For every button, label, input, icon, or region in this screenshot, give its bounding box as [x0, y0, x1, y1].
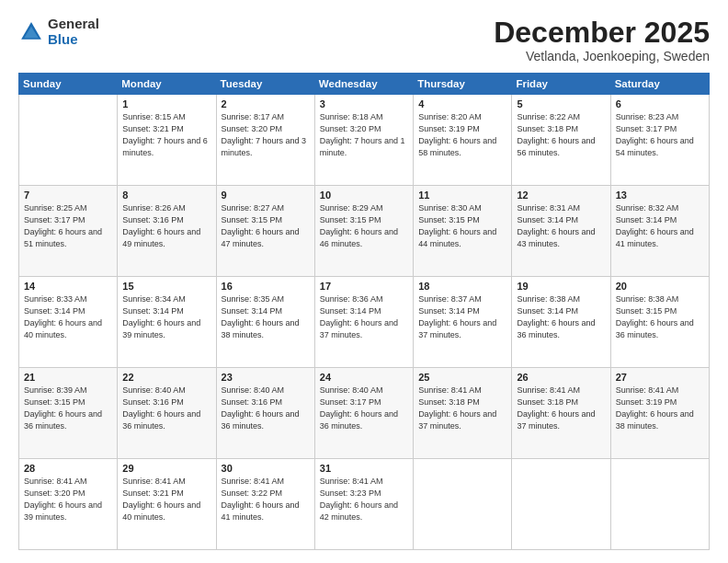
calendar-week-row: 1Sunrise: 8:15 AM Sunset: 3:21 PM Daylig… [19, 95, 710, 186]
calendar-cell: 19Sunrise: 8:38 AM Sunset: 3:14 PM Dayli… [512, 277, 610, 368]
calendar-cell: 14Sunrise: 8:33 AM Sunset: 3:14 PM Dayli… [19, 277, 118, 368]
day-info: Sunrise: 8:41 AM Sunset: 3:18 PM Dayligh… [418, 385, 506, 432]
day-info: Sunrise: 8:30 AM Sunset: 3:15 PM Dayligh… [418, 202, 506, 250]
location-subtitle: Vetlanda, Joenkoeping, Sweden [494, 49, 710, 63]
day-info: Sunrise: 8:41 AM Sunset: 3:22 PM Dayligh… [222, 476, 310, 523]
day-number: 16 [222, 281, 310, 292]
day-info: Sunrise: 8:36 AM Sunset: 3:14 PM Dayligh… [320, 293, 408, 341]
day-number: 29 [122, 463, 210, 474]
day-number: 9 [222, 190, 310, 201]
calendar-cell: 28Sunrise: 8:41 AM Sunset: 3:20 PM Dayli… [19, 459, 118, 550]
logo-icon [18, 19, 44, 45]
day-info: Sunrise: 8:31 AM Sunset: 3:14 PM Dayligh… [517, 202, 605, 250]
day-number: 12 [517, 190, 605, 201]
day-number: 1 [122, 98, 210, 109]
day-info: Sunrise: 8:22 AM Sunset: 3:18 PM Dayligh… [517, 111, 605, 159]
day-number: 30 [222, 463, 310, 474]
day-info: Sunrise: 8:17 AM Sunset: 3:20 PM Dayligh… [222, 111, 310, 159]
col-saturday: Saturday [610, 74, 709, 95]
calendar-cell: 26Sunrise: 8:41 AM Sunset: 3:18 PM Dayli… [512, 368, 610, 459]
day-number: 27 [616, 372, 704, 383]
day-info: Sunrise: 8:15 AM Sunset: 3:21 PM Dayligh… [122, 111, 210, 159]
calendar-cell: 1Sunrise: 8:15 AM Sunset: 3:21 PM Daylig… [118, 95, 216, 186]
calendar-cell: 20Sunrise: 8:38 AM Sunset: 3:15 PM Dayli… [610, 277, 709, 368]
day-number: 21 [24, 372, 112, 383]
calendar-cell [414, 459, 512, 550]
day-info: Sunrise: 8:33 AM Sunset: 3:14 PM Dayligh… [24, 293, 112, 341]
day-info: Sunrise: 8:29 AM Sunset: 3:15 PM Dayligh… [320, 202, 408, 250]
calendar-week-row: 14Sunrise: 8:33 AM Sunset: 3:14 PM Dayli… [19, 277, 710, 368]
calendar-cell: 24Sunrise: 8:40 AM Sunset: 3:17 PM Dayli… [314, 368, 413, 459]
day-info: Sunrise: 8:18 AM Sunset: 3:20 PM Dayligh… [320, 111, 408, 159]
calendar-cell: 16Sunrise: 8:35 AM Sunset: 3:14 PM Dayli… [216, 277, 314, 368]
calendar-cell: 3Sunrise: 8:18 AM Sunset: 3:20 PM Daylig… [314, 95, 413, 186]
day-number: 13 [616, 190, 704, 201]
calendar-cell: 4Sunrise: 8:20 AM Sunset: 3:19 PM Daylig… [414, 95, 512, 186]
calendar-cell: 9Sunrise: 8:27 AM Sunset: 3:15 PM Daylig… [216, 186, 314, 277]
col-sunday: Sunday [19, 74, 118, 95]
calendar-cell [19, 95, 118, 186]
calendar-cell: 27Sunrise: 8:41 AM Sunset: 3:19 PM Dayli… [610, 368, 709, 459]
calendar-cell: 22Sunrise: 8:40 AM Sunset: 3:16 PM Dayli… [118, 368, 216, 459]
col-monday: Monday [118, 74, 216, 95]
day-info: Sunrise: 8:23 AM Sunset: 3:17 PM Dayligh… [616, 111, 704, 159]
day-info: Sunrise: 8:37 AM Sunset: 3:14 PM Dayligh… [418, 293, 506, 341]
day-info: Sunrise: 8:34 AM Sunset: 3:14 PM Dayligh… [122, 293, 210, 341]
day-info: Sunrise: 8:25 AM Sunset: 3:17 PM Dayligh… [24, 202, 112, 250]
day-number: 10 [320, 190, 408, 201]
calendar-cell [610, 459, 709, 550]
calendar-cell [512, 459, 610, 550]
calendar-week-row: 28Sunrise: 8:41 AM Sunset: 3:20 PM Dayli… [19, 459, 710, 550]
calendar-cell: 29Sunrise: 8:41 AM Sunset: 3:21 PM Dayli… [118, 459, 216, 550]
calendar-cell: 18Sunrise: 8:37 AM Sunset: 3:14 PM Dayli… [414, 277, 512, 368]
day-number: 18 [418, 281, 506, 292]
calendar-cell: 17Sunrise: 8:36 AM Sunset: 3:14 PM Dayli… [314, 277, 413, 368]
calendar-cell: 7Sunrise: 8:25 AM Sunset: 3:17 PM Daylig… [19, 186, 118, 277]
calendar-cell: 6Sunrise: 8:23 AM Sunset: 3:17 PM Daylig… [610, 95, 709, 186]
day-number: 17 [320, 281, 408, 292]
day-info: Sunrise: 8:38 AM Sunset: 3:14 PM Dayligh… [517, 293, 605, 341]
day-number: 14 [24, 281, 112, 292]
day-number: 6 [616, 98, 704, 109]
day-info: Sunrise: 8:41 AM Sunset: 3:21 PM Dayligh… [122, 476, 210, 523]
day-info: Sunrise: 8:40 AM Sunset: 3:16 PM Dayligh… [222, 385, 310, 432]
day-info: Sunrise: 8:41 AM Sunset: 3:20 PM Dayligh… [24, 476, 112, 523]
col-friday: Friday [512, 74, 610, 95]
day-number: 24 [320, 372, 408, 383]
day-info: Sunrise: 8:38 AM Sunset: 3:15 PM Dayligh… [616, 293, 704, 341]
day-number: 19 [517, 281, 605, 292]
day-info: Sunrise: 8:41 AM Sunset: 3:19 PM Dayligh… [616, 385, 704, 432]
calendar-cell: 8Sunrise: 8:26 AM Sunset: 3:16 PM Daylig… [118, 186, 216, 277]
col-thursday: Thursday [414, 74, 512, 95]
col-tuesday: Tuesday [216, 74, 314, 95]
day-number: 3 [320, 98, 408, 109]
calendar-cell: 12Sunrise: 8:31 AM Sunset: 3:14 PM Dayli… [512, 186, 610, 277]
calendar-header-row: Sunday Monday Tuesday Wednesday Thursday… [19, 74, 710, 95]
day-number: 22 [122, 372, 210, 383]
day-number: 8 [122, 190, 210, 201]
calendar-cell: 13Sunrise: 8:32 AM Sunset: 3:14 PM Dayli… [610, 186, 709, 277]
calendar-week-row: 7Sunrise: 8:25 AM Sunset: 3:17 PM Daylig… [19, 186, 710, 277]
calendar-cell: 23Sunrise: 8:40 AM Sunset: 3:16 PM Dayli… [216, 368, 314, 459]
day-number: 25 [418, 372, 506, 383]
day-info: Sunrise: 8:27 AM Sunset: 3:15 PM Dayligh… [222, 202, 310, 250]
calendar-week-row: 21Sunrise: 8:39 AM Sunset: 3:15 PM Dayli… [19, 368, 710, 459]
calendar-cell: 30Sunrise: 8:41 AM Sunset: 3:22 PM Dayli… [216, 459, 314, 550]
day-number: 31 [320, 463, 408, 474]
logo-general-text: General [48, 17, 99, 32]
calendar-cell: 5Sunrise: 8:22 AM Sunset: 3:18 PM Daylig… [512, 95, 610, 186]
page-header: General Blue December 2025 Vetlanda, Joe… [18, 17, 710, 63]
calendar-cell: 25Sunrise: 8:41 AM Sunset: 3:18 PM Dayli… [414, 368, 512, 459]
day-info: Sunrise: 8:26 AM Sunset: 3:16 PM Dayligh… [122, 202, 210, 250]
calendar-cell: 11Sunrise: 8:30 AM Sunset: 3:15 PM Dayli… [414, 186, 512, 277]
month-title: December 2025 [494, 17, 710, 49]
day-info: Sunrise: 8:40 AM Sunset: 3:17 PM Dayligh… [320, 385, 408, 432]
day-number: 11 [418, 190, 506, 201]
day-info: Sunrise: 8:35 AM Sunset: 3:14 PM Dayligh… [222, 293, 310, 341]
calendar-cell: 10Sunrise: 8:29 AM Sunset: 3:15 PM Dayli… [314, 186, 413, 277]
day-number: 2 [222, 98, 310, 109]
day-number: 15 [122, 281, 210, 292]
day-info: Sunrise: 8:41 AM Sunset: 3:23 PM Dayligh… [320, 476, 408, 523]
logo-blue-text: Blue [48, 32, 99, 48]
day-info: Sunrise: 8:41 AM Sunset: 3:18 PM Dayligh… [517, 385, 605, 432]
